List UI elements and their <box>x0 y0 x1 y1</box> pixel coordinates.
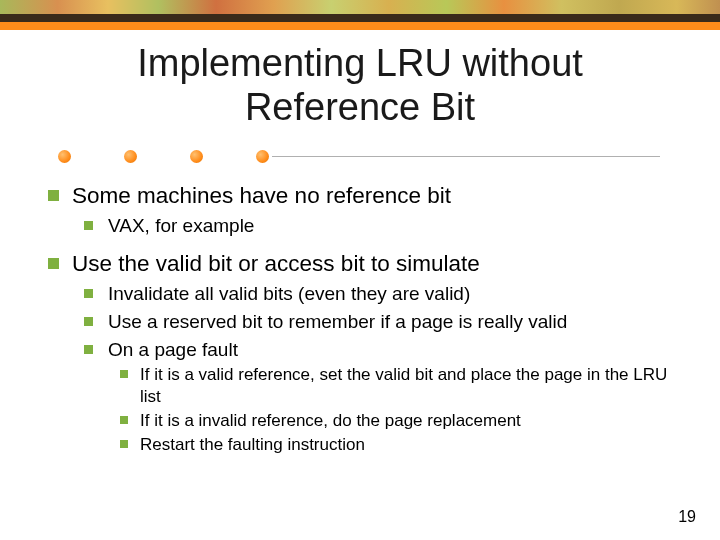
dot-icon <box>124 150 137 163</box>
bullet-square-icon <box>84 345 93 354</box>
decorative-dot-row <box>58 150 660 168</box>
decorative-orange-band <box>0 22 720 30</box>
bullet-level-3: If it is a invalid reference, do the pag… <box>120 410 680 431</box>
bullet-text: VAX, for example <box>108 215 254 236</box>
page-number: 19 <box>678 508 696 526</box>
dot-icon <box>190 150 203 163</box>
slide-body: Some machines have no reference bit VAX,… <box>48 176 680 455</box>
bullet-text: On a page fault <box>108 339 238 360</box>
bullet-level-1: Some machines have no reference bit <box>48 182 680 210</box>
bullet-square-icon <box>84 289 93 298</box>
bullet-text: Restart the faulting instruction <box>140 435 365 454</box>
bullet-text: If it is a valid reference, set the vali… <box>140 365 667 405</box>
bullet-text: Some machines have no reference bit <box>72 183 451 208</box>
bullet-text: If it is a invalid reference, do the pag… <box>140 411 521 430</box>
bullet-square-icon <box>48 258 59 269</box>
bullet-text: Invalidate all valid bits (even they are… <box>108 283 470 304</box>
bullet-square-icon <box>84 221 93 230</box>
title-line-2: Reference Bit <box>245 86 475 128</box>
dot-icon <box>256 150 269 163</box>
dot-icon <box>58 150 71 163</box>
bullet-level-2: On a page fault <box>84 338 680 362</box>
bullet-square-icon <box>84 317 93 326</box>
divider-line <box>272 156 660 157</box>
bullet-level-3: Restart the faulting instruction <box>120 434 680 455</box>
bullet-square-icon <box>48 190 59 201</box>
bullet-level-2: Use a reserved bit to remember if a page… <box>84 310 680 334</box>
bullet-square-icon <box>120 416 128 424</box>
bullet-text: Use a reserved bit to remember if a page… <box>108 311 567 332</box>
decorative-top-band <box>0 0 720 14</box>
bullet-level-3: If it is a valid reference, set the vali… <box>120 364 680 407</box>
title-line-1: Implementing LRU without <box>137 42 583 84</box>
bullet-square-icon <box>120 370 128 378</box>
slide-title: Implementing LRU without Reference Bit <box>0 42 720 129</box>
bullet-text: Use the valid bit or access bit to simul… <box>72 251 480 276</box>
bullet-level-2: VAX, for example <box>84 214 680 238</box>
bullet-level-1: Use the valid bit or access bit to simul… <box>48 250 680 278</box>
bullet-square-icon <box>120 440 128 448</box>
decorative-dark-band <box>0 14 720 22</box>
bullet-level-2: Invalidate all valid bits (even they are… <box>84 282 680 306</box>
